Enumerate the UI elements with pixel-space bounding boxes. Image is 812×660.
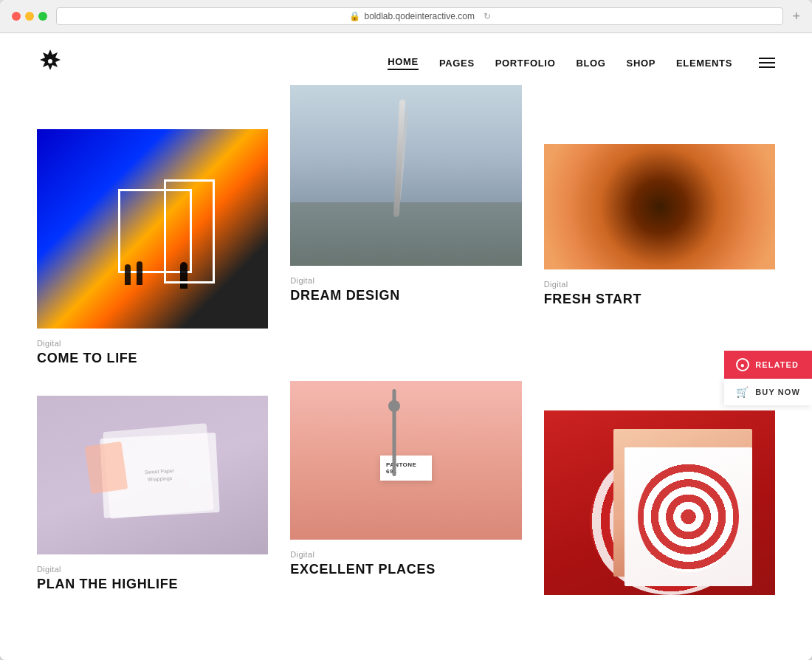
site-logo[interactable] [37,48,63,78]
portfolio-category-excellent-places: Digital [290,550,521,559]
new-tab-button[interactable]: + [792,9,800,24]
portfolio-item-come-to-life[interactable]: Digital COME TO LIFE [37,129,268,366]
portfolio-item-plan-highlife[interactable]: Sweet PaperWrappings Digital PLAN THE HI… [37,396,268,595]
image-flower [544,144,775,269]
portfolio-image-excellent-places: PANTONE 691 [290,381,521,540]
traffic-lights [12,12,47,21]
portfolio-image-plan-highlife: Sweet PaperWrappings [37,396,268,554]
portfolio-grid: Digital COME TO LIFE Digital DREAM DESIG… [0,92,812,654]
pantone-card: PANTONE 691 [380,456,432,481]
lock-icon: 🔒 [349,11,360,21]
portfolio-item-fresh-start[interactable]: Digital FRESH START [544,144,775,366]
browser-window: 🔒 boldlab.qodeinteractive.com ↻ + HOME [0,0,812,660]
portfolio-image-dream-design [290,85,521,266]
reload-icon[interactable]: ↻ [484,11,491,21]
buy-now-button[interactable]: 🛒 BUY NOW [724,379,812,405]
portfolio-title-excellent-places: EXCELLENT PLACES [290,562,521,577]
portfolio-category-plan-highlife: Digital [37,565,268,574]
nav-item-pages[interactable]: PAGES [439,58,475,69]
portfolio-image-fresh-start [544,144,775,269]
close-button[interactable] [12,12,21,21]
portfolio-title-dream-design: DREAM DESIGN [290,288,521,303]
image-bag: Sweet PaperWrappings [37,396,268,554]
portfolio-image-target [544,410,775,595]
maximize-button[interactable] [38,12,47,21]
hamburger-menu[interactable] [759,58,775,68]
hamburger-line-3 [759,66,775,68]
related-button[interactable]: ● RELATED [724,351,812,379]
address-bar[interactable]: 🔒 boldlab.qodeinteractive.com ↻ [56,7,783,25]
portfolio-title-come-to-life: COME TO LIFE [37,351,268,366]
portfolio-title-fresh-start: FRESH START [544,292,775,307]
site-nav: HOME PAGES PORTFOLIO BLOG SHOP ELEMENTS [388,56,775,70]
image-target [544,410,775,595]
image-pantone: PANTONE 691 [290,381,521,540]
nav-item-home[interactable]: HOME [388,56,419,70]
nav-item-shop[interactable]: SHOP [627,58,656,69]
nav-item-blog[interactable]: BLOG [576,58,605,69]
image-sculpture [290,85,521,266]
nav-item-portfolio[interactable]: PORTFOLIO [495,58,556,69]
portfolio-image-come-to-life [37,129,268,329]
related-icon: ● [736,358,749,371]
page-content: HOME PAGES PORTFOLIO BLOG SHOP ELEMENTS [0,33,812,660]
portfolio-item-excellent-places[interactable]: PANTONE 691 Digital EXCELLENT PLACES [290,381,521,595]
image-blue-tunnel [37,129,268,329]
hamburger-line-1 [759,58,775,59]
portfolio-category-come-to-life: Digital [37,339,268,348]
svg-point-1 [48,59,52,63]
portfolio-item-dream-design[interactable]: Digital DREAM DESIGN [290,85,521,366]
portfolio-item-target[interactable] [544,410,775,595]
minimize-button[interactable] [25,12,34,21]
site-header: HOME PAGES PORTFOLIO BLOG SHOP ELEMENTS [0,33,812,92]
cart-icon: 🛒 [736,386,749,398]
browser-chrome: 🔒 boldlab.qodeinteractive.com ↻ + [0,0,812,33]
url-text: boldlab.qodeinteractive.com [365,11,475,21]
portfolio-category-fresh-start: Digital [544,280,775,289]
portfolio-title-plan-highlife: PLAN THE HIGHLIFE [37,577,268,592]
nav-item-elements[interactable]: ELEMENTS [676,58,732,69]
floating-buttons: ● RELATED 🛒 BUY NOW [724,351,812,405]
portfolio-category-dream-design: Digital [290,276,521,285]
hamburger-line-2 [759,62,775,63]
